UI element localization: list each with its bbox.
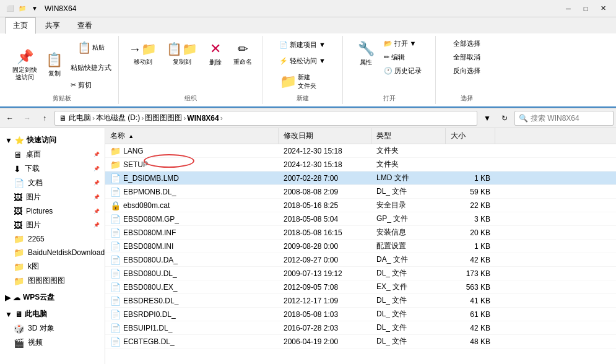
file-size: 42 KB — [446, 254, 495, 266]
rename-button[interactable]: ✏ 重命名 — [230, 37, 256, 71]
folder-icon: 📁 — [17, 4, 27, 14]
history-button[interactable]: 🕐 历史记录 — [381, 64, 425, 77]
sidebar-item-video[interactable]: 🎬 视频 — [0, 336, 105, 350]
easy-access-button[interactable]: ⚡ 轻松访问 ▼ — [276, 53, 329, 68]
pictures2-icon: 🖼 — [14, 220, 22, 230]
wps-cloud-icon: ☁ — [13, 293, 20, 302]
sidebar-item-documents[interactable]: 📄 文档 📌 — [0, 176, 105, 190]
sidebar-item-pictures-en[interactable]: 🖼 Pictures 📌 — [0, 204, 105, 218]
search-input[interactable] — [531, 114, 616, 123]
documents-icon: 📄 — [14, 178, 24, 188]
invert-select-label: 反向选择 — [453, 66, 480, 76]
sidebar-item-tutu[interactable]: 📁 图图图图图 — [0, 274, 105, 288]
new-folder-button[interactable]: 📁 新建文件夹 — [276, 71, 320, 93]
file-name: EBSUIPI1.DL_ — [123, 324, 172, 332]
sidebar-item-pictures[interactable]: 🖼 图片 📌 — [0, 190, 105, 204]
file-icon: 📄 — [110, 228, 121, 238]
pictures-label: 图片 — [26, 192, 41, 202]
folder-2265-label: 2265 — [28, 235, 45, 243]
maximize-button[interactable]: □ — [578, 2, 594, 15]
file-row[interactable]: 📄 EBSUIPI1.DL_ 2016-07-28 2:03 DL_ 文件 42… — [105, 321, 616, 335]
close-button[interactable]: ✕ — [595, 2, 611, 15]
paste-group: 📋 粘贴 粘贴快捷方式 ✂ 剪切 — [67, 37, 115, 93]
file-row[interactable]: 📄 EBSD080U.DL_ 2009-07-13 19:12 DL_ 文件 1… — [105, 267, 616, 280]
breadcrumb-3[interactable]: 图图图图图 — [145, 113, 182, 123]
dropdown-button[interactable]: ▼ — [480, 111, 495, 126]
file-date: 2012-12-17 1:09 — [279, 295, 371, 306]
forward-button[interactable]: → — [20, 111, 35, 126]
file-type: 配置设置 — [371, 240, 446, 253]
tab-view[interactable]: 查看 — [69, 17, 100, 33]
move-to-button[interactable]: →📁 移动到 — [125, 37, 160, 71]
copy-to-button[interactable]: 📋📁 复制到 — [163, 37, 201, 71]
file-row[interactable]: 🔒 ebsd080m.cat 2018-05-16 8:25 安全目录 22 K… — [105, 199, 616, 212]
file-row[interactable]: 📄 EBSD080M.GP_ 2018-05-08 5:04 GP_ 文件 3 … — [105, 212, 616, 226]
breadcrumb-4[interactable]: WIN8X64 — [187, 114, 219, 123]
paste-button[interactable]: 📋 粘贴 — [67, 38, 115, 57]
pictures-en-label: Pictures — [26, 207, 53, 215]
toolbar: ← → ↑ 🖥 此电脑 › 本地磁盘 (D:) › 图图图图图 › WIN8X6… — [0, 108, 616, 128]
minimize-button[interactable]: ─ — [560, 2, 576, 15]
file-row[interactable]: 📄 EBSRDPI0.DL_ 2018-05-08 1:03 DL_ 文件 61… — [105, 308, 616, 321]
file-row[interactable]: 📁 SETUP 2024-12-30 15:18 文件夹 — [105, 158, 616, 171]
invert-select-button[interactable]: 反向选择 — [450, 64, 484, 77]
pictures2-label: 图片 — [26, 220, 41, 230]
back-button[interactable]: ← — [2, 111, 17, 126]
new-item-button[interactable]: 📄 新建项目 ▼ — [276, 37, 329, 52]
file-name: E_DSIDMB.LMD — [123, 174, 179, 183]
file-size: 3 KB — [446, 214, 495, 225]
this-pc-label: 此电脑 — [25, 309, 47, 319]
tab-home[interactable]: 主页 — [5, 17, 36, 34]
sidebar-item-downloads[interactable]: ⬇ 下载 📌 — [0, 162, 105, 176]
col-header-type[interactable]: 类型 — [371, 128, 446, 144]
desktop-pin: 📌 — [93, 152, 100, 157]
open-col: 📂 打开 ▼ ✏ 编辑 🕐 历史记录 — [381, 37, 425, 77]
pin-button[interactable]: 📌 固定到快速访问 — [9, 37, 41, 93]
sidebar-item-pictures2[interactable]: 🖼 图片 📌 — [0, 218, 105, 232]
file-date: 2012-09-27 0:00 — [279, 254, 371, 266]
up-button[interactable]: ↑ — [37, 111, 52, 126]
breadcrumb-2[interactable]: 本地磁盘 (D:) — [96, 113, 140, 123]
refresh-button[interactable]: ↻ — [497, 111, 512, 126]
select-all-button[interactable]: 全部选择 — [450, 37, 484, 50]
col-header-date[interactable]: 修改日期 — [279, 128, 371, 144]
properties-button[interactable]: 🔧 属性 — [354, 37, 378, 71]
file-icon: 📄 — [110, 337, 121, 347]
cut-button[interactable]: ✂ 剪切 — [67, 79, 115, 92]
paste-shortcut-button[interactable]: 粘贴快捷方式 — [67, 61, 115, 74]
sidebar-item-3d[interactable]: 🎲 3D 对象 — [0, 321, 105, 336]
sidebar-item-ktu[interactable]: 📁 k图 — [0, 259, 105, 274]
file-row[interactable]: 📄 EBSD080M.INI 2009-08-28 0:00 配置设置 1 KB — [105, 240, 616, 253]
file-row[interactable]: 📄 EBSD080U.DA_ 2012-09-27 0:00 DA_ 文件 42… — [105, 253, 616, 267]
select-none-button[interactable]: 全部取消 — [450, 51, 484, 64]
open-button[interactable]: 📂 打开 ▼ — [381, 37, 425, 50]
this-pc-header[interactable]: ▼ 🖥 此电脑 — [0, 307, 105, 321]
file-row[interactable]: 📄 EBSD080U.EX_ 2012-09-05 7:08 EX_ 文件 56… — [105, 280, 616, 294]
quick-access-header[interactable]: ▼ ⭐ 快速访问 — [0, 133, 105, 147]
delete-button[interactable]: ✕ 删除 — [204, 37, 227, 71]
address-bar[interactable]: 🖥 此电脑 › 本地磁盘 (D:) › 图图图图图 › WIN8X64 › — [54, 111, 477, 126]
sidebar-item-2265[interactable]: 📁 2265 — [0, 232, 105, 246]
file-row[interactable]: 📄 EBPMONB.DL_ 2008-08-08 2:09 DL_ 文件 59 … — [105, 185, 616, 199]
sidebar-item-desktop[interactable]: 🖥 桌面 📌 — [0, 147, 105, 162]
col-header-name[interactable]: 名称 ▲ — [105, 128, 279, 144]
col-header-size[interactable]: 大小 — [446, 128, 495, 144]
file-row[interactable]: 📄 EBSDRES0.DL_ 2012-12-17 1:09 DL_ 文件 41… — [105, 294, 616, 308]
copy-button[interactable]: 📋 复制 — [42, 37, 66, 93]
wps-header[interactable]: ▶ ☁ WPS云盘 — [0, 290, 105, 305]
organize-group-label: 组织 — [184, 93, 197, 103]
file-row[interactable]: 📄 E_DSIDMB.LMD 2007-02-28 7:00 LMD 文件 1 … — [105, 171, 616, 185]
new-item-icon: 📄 — [279, 41, 288, 49]
breadcrumb-1[interactable]: 此电脑 — [69, 113, 91, 123]
ribbon-group-open: 🔧 属性 📂 打开 ▼ ✏ 编辑 🕐 历史记录 — [343, 36, 436, 104]
ribbon: 主页 共享 查看 📌 固定到快速访问 📋 复制 📋 粘贴 — [0, 17, 616, 108]
file-size: 48 KB — [446, 336, 495, 347]
file-row[interactable]: 📄 ECBTEGB.DL_ 2006-04-19 2:00 DL_ 文件 48 … — [105, 335, 616, 349]
ribbon-group-content-new: 📄 新建项目 ▼ ⚡ 轻松访问 ▼ 📁 新建文件夹 — [276, 37, 329, 93]
file-row[interactable]: 📁 LANG 2024-12-30 15:18 文件夹 — [105, 144, 616, 158]
window-icon: ⬜ — [5, 4, 15, 14]
edit-button[interactable]: ✏ 编辑 — [381, 51, 425, 64]
sidebar-item-baidu[interactable]: 📁 BaiduNetdiskDownload — [0, 246, 105, 259]
file-row[interactable]: 📄 EBSD080M.INF 2018-05-08 16:15 安装信息 20 … — [105, 226, 616, 240]
tab-share[interactable]: 共享 — [37, 17, 68, 33]
